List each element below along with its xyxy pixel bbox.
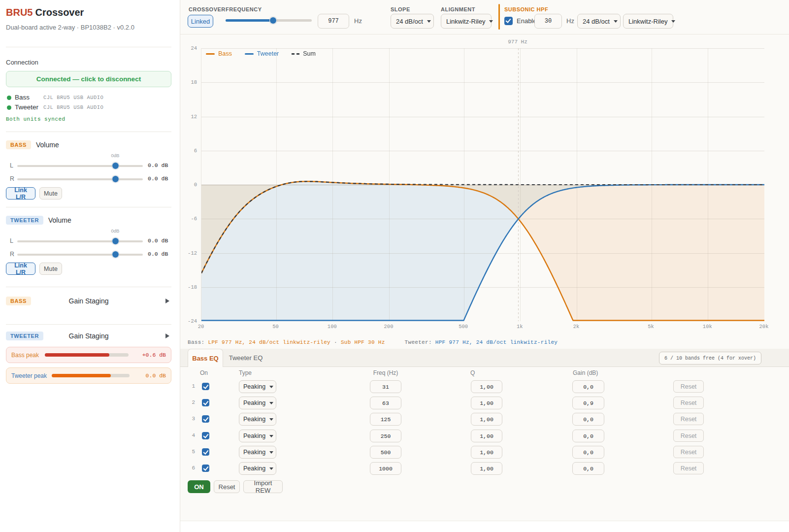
- band-enable-checkbox[interactable]: [202, 448, 209, 456]
- tab-bass-eq[interactable]: Bass EQ: [188, 349, 223, 367]
- band-type-select[interactable]: Peaking: [239, 462, 276, 475]
- subsonic-enable-checkbox[interactable]: [504, 17, 513, 25]
- tweeter-l-volume-slider[interactable]: [17, 240, 143, 242]
- slider-thumb[interactable]: [112, 175, 119, 183]
- subsonic-freq-unit: Hz: [566, 17, 574, 25]
- bass-l-volume-slider[interactable]: [17, 165, 143, 167]
- bass-r-volume-slider[interactable]: [17, 178, 143, 180]
- band-type-select[interactable]: Peaking: [239, 380, 276, 393]
- band-q-input[interactable]: [471, 462, 502, 475]
- band-gain-input[interactable]: [572, 397, 604, 409]
- tab-tweeter-eq[interactable]: Tweeter EQ: [223, 349, 268, 367]
- slope-select[interactable]: 24 dB/oct: [391, 14, 434, 29]
- connection-status-button[interactable]: Connected — click to disconnect: [6, 71, 171, 87]
- zero-db-tick: 0dB: [17, 153, 143, 158]
- linked-button[interactable]: Linked: [188, 15, 213, 28]
- divider: [6, 132, 171, 132]
- chevron-down-icon: [269, 435, 273, 437]
- band-q-input[interactable]: [471, 413, 502, 426]
- bass-link-lr-button[interactable]: Link L/R: [6, 187, 35, 200]
- channel-label: L: [10, 162, 13, 169]
- frequency-input[interactable]: [318, 14, 349, 29]
- channel-label: L: [10, 237, 13, 244]
- band-type-select[interactable]: Peaking: [239, 430, 276, 442]
- alignment-label: ALIGNMENT: [441, 6, 475, 12]
- subsonic-freq-input[interactable]: [534, 14, 562, 29]
- band-q-input[interactable]: [471, 380, 502, 393]
- y-axis-tick: -18: [167, 284, 197, 290]
- band-reset-button[interactable]: Reset: [673, 430, 704, 442]
- band-gain-input[interactable]: [572, 462, 604, 475]
- band-type-select[interactable]: Peaking: [239, 446, 276, 459]
- import-rew-button[interactable]: Import REW: [243, 480, 283, 493]
- band-freq-input[interactable]: [370, 446, 401, 459]
- frequency-slider[interactable]: [226, 19, 312, 22]
- band-q-input[interactable]: [471, 446, 502, 459]
- alignment-select[interactable]: Linkwitz-Riley: [441, 14, 492, 29]
- bass-volume-row-r: R 0.0 dB: [0, 175, 180, 184]
- meter-fill: [52, 374, 111, 377]
- connection-section-label: Connection: [6, 59, 38, 66]
- eq-reset-all-button[interactable]: Reset: [214, 480, 240, 493]
- band-type-select[interactable]: Peaking: [239, 413, 276, 426]
- status-dot: [7, 96, 11, 100]
- divider: [6, 207, 171, 207]
- band-gain-input[interactable]: [572, 446, 604, 459]
- device-row-tweeter: Tweeter CJL BRU5 USB AUDIO: [6, 103, 171, 111]
- subsonic-slope-select[interactable]: 24 dB/oct: [577, 14, 621, 29]
- bass-gain-staging-row[interactable]: BASS Gain Staging: [6, 292, 171, 310]
- band-freq-input[interactable]: [370, 413, 401, 426]
- tweeter-r-volume-slider[interactable]: [17, 254, 143, 256]
- band-q-input[interactable]: [471, 397, 502, 409]
- volume-value: 0.0 dB: [148, 175, 168, 182]
- meter-track: [45, 353, 129, 357]
- band-enable-checkbox[interactable]: [202, 432, 209, 439]
- eq-tab-bar: Bass EQ Tweeter EQ 6 / 10 bands free (4 …: [180, 349, 789, 367]
- subsonic-alignment-value: Linkwitz-Riley: [628, 18, 667, 25]
- slope-label: SLOPE: [391, 6, 410, 12]
- band-reset-button[interactable]: Reset: [673, 413, 704, 425]
- band-freq-input[interactable]: [370, 462, 401, 475]
- sidebar: BRU5Crossover Dual-board active 2-way · …: [0, 0, 180, 532]
- bass-status-value: LPF 977 Hz, 24 dB/oct linkwitz-riley: [208, 339, 330, 345]
- crossover-marker-label: 977 Hz: [498, 39, 537, 45]
- eq-on-button[interactable]: ON: [188, 480, 210, 493]
- band-enable-checkbox[interactable]: [202, 465, 209, 472]
- band-gain-input[interactable]: [572, 430, 604, 442]
- x-axis-tick: 200: [378, 324, 399, 330]
- tweeter-line-swatch: [245, 53, 254, 55]
- slider-thumb[interactable]: [269, 17, 277, 24]
- band-reset-button[interactable]: Reset: [673, 380, 704, 393]
- chevron-down-icon: [269, 418, 273, 421]
- header-type: Type: [239, 369, 252, 376]
- eq-band-row-2: 2 Peaking Reset: [180, 396, 789, 410]
- band-gain-input[interactable]: [572, 380, 604, 393]
- band-reset-button[interactable]: Reset: [673, 397, 704, 409]
- band-enable-checkbox[interactable]: [202, 415, 209, 423]
- band-gain-input[interactable]: [572, 413, 604, 426]
- band-type-select[interactable]: Peaking: [239, 397, 276, 409]
- band-enable-checkbox[interactable]: [202, 399, 209, 406]
- slider-thumb[interactable]: [112, 251, 119, 258]
- band-enable-checkbox[interactable]: [202, 383, 209, 390]
- band-freq-input[interactable]: [370, 430, 401, 442]
- slider-thumb[interactable]: [112, 162, 119, 169]
- tweeter-gain-staging-row[interactable]: TWEETER Gain Staging: [6, 327, 171, 345]
- y-axis-tick: 6: [167, 148, 197, 154]
- x-axis-tick: 10k: [696, 324, 718, 330]
- bass-mute-button[interactable]: Mute: [39, 187, 62, 200]
- tweeter-link-lr-button[interactable]: Link L/R: [6, 263, 35, 275]
- band-q-input[interactable]: [471, 430, 502, 442]
- band-reset-button[interactable]: Reset: [673, 462, 704, 474]
- y-axis-tick: 0: [167, 182, 197, 188]
- tweeter-mute-button[interactable]: Mute: [39, 263, 62, 275]
- bass-badge: BASS: [6, 297, 31, 305]
- subsonic-alignment-select[interactable]: Linkwitz-Riley: [623, 14, 673, 29]
- eq-band-row-3: 3 Peaking Reset: [180, 412, 789, 427]
- band-freq-input[interactable]: [370, 397, 401, 409]
- slider-thumb[interactable]: [112, 237, 119, 245]
- band-type-value: Peaking: [243, 449, 265, 456]
- band-freq-input[interactable]: [370, 380, 401, 393]
- band-reset-button[interactable]: Reset: [673, 446, 704, 458]
- device-port: CJL BRU5 USB AUDIO: [43, 95, 103, 100]
